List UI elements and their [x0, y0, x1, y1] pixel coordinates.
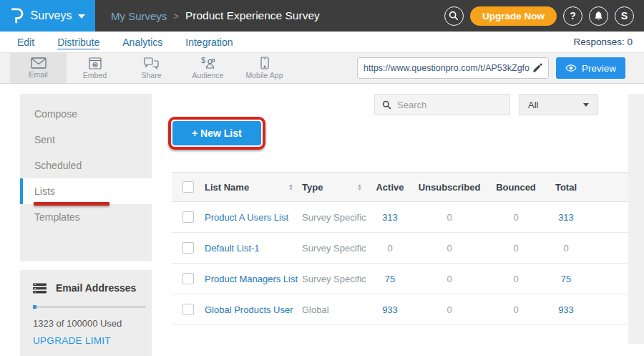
chevron-down-icon	[583, 103, 589, 107]
filter-value: All	[528, 100, 538, 110]
row-checkbox[interactable]	[182, 211, 194, 223]
survey-url-box	[357, 57, 549, 79]
chevron-down-icon	[78, 14, 85, 19]
page-body: Compose Sent Scheduled Lists Templates	[0, 84, 644, 344]
bounced-count: 0	[489, 212, 542, 223]
toolbar-right: Preview	[357, 53, 644, 83]
unsubscribed-count: 0	[409, 212, 489, 223]
column-header-type[interactable]: Type ▲▼	[302, 182, 371, 193]
new-list-button[interactable]: + New List	[172, 121, 261, 145]
filter-dropdown[interactable]: All	[519, 94, 598, 115]
new-list-area: + New List	[168, 117, 628, 150]
survey-url-input[interactable]	[364, 63, 532, 73]
channel-label: Share	[141, 71, 161, 80]
channel-share[interactable]: Share	[123, 53, 180, 83]
list-type: Survey Specific	[302, 243, 371, 254]
audience-icon: $	[200, 57, 215, 69]
usage-text: 1323 of 100000 Used	[33, 318, 139, 329]
list-name-link[interactable]: Product Managers List	[205, 274, 302, 284]
active-count[interactable]: 933	[371, 304, 409, 315]
sidebar-item-scheduled[interactable]: Scheduled	[20, 153, 152, 178]
tab-edit[interactable]: Edit	[17, 37, 34, 48]
row-checkbox[interactable]	[182, 242, 194, 254]
mobile-app-icon	[260, 57, 269, 69]
tab-analytics[interactable]: Analytics	[122, 37, 162, 48]
active-count[interactable]: 313	[371, 212, 409, 223]
top-actions: Upgrade Now ? S	[444, 0, 644, 32]
email-sidebar: Compose Sent Scheduled Lists Templates	[20, 94, 152, 344]
unsubscribed-count: 0	[409, 243, 489, 254]
top-bar: Surveys My Surveys > Product Experience …	[0, 0, 644, 32]
row-checkbox[interactable]	[182, 273, 194, 284]
column-header-list-name[interactable]: List Name ▲▼	[205, 182, 302, 193]
search-button[interactable]	[444, 6, 464, 26]
channel-label: Audience	[192, 71, 224, 80]
table-row: Global Products User Global 933 0 0 933	[172, 294, 628, 325]
channel-audience[interactable]: $ Audience	[180, 53, 236, 83]
brand-label: Surveys	[31, 9, 72, 22]
search-icon	[382, 100, 391, 110]
sidebar-item-templates[interactable]: Templates	[20, 204, 152, 230]
select-all-checkbox[interactable]	[182, 181, 194, 193]
total-count[interactable]: 0	[542, 243, 590, 254]
notifications-button[interactable]	[589, 6, 608, 26]
channel-embed[interactable]: Embed	[67, 53, 123, 83]
column-label: List Name	[205, 182, 249, 193]
unsubscribed-count: 0	[409, 304, 489, 315]
column-header-active: Active	[371, 182, 409, 193]
svg-text:$: $	[201, 57, 205, 64]
eye-icon	[565, 64, 577, 72]
distribute-toolbar: Email Embed Share $ Audienc	[0, 52, 644, 84]
pencil-icon[interactable]	[532, 63, 542, 73]
tab-distribute[interactable]: Distribute	[57, 37, 99, 48]
channel-label: Email	[29, 70, 47, 79]
tab-integration[interactable]: Integration	[185, 37, 233, 48]
breadcrumb-parent[interactable]: My Surveys	[111, 10, 167, 22]
responses-count[interactable]: Responses: 0	[573, 37, 633, 47]
channel-email[interactable]: Email	[10, 53, 67, 83]
sidebar-item-label: Lists	[34, 186, 55, 197]
total-count[interactable]: 313	[542, 212, 590, 223]
column-header-total: Total	[542, 182, 590, 193]
unsubscribed-count: 0	[409, 274, 489, 284]
row-checkbox[interactable]	[182, 304, 194, 315]
sidebar-item-label: Scheduled	[34, 160, 82, 171]
total-count[interactable]: 933	[542, 304, 590, 315]
avatar[interactable]: S	[615, 6, 634, 26]
email-addresses-header: Email Addresses	[33, 282, 139, 294]
search-box	[374, 94, 510, 115]
product-switcher[interactable]: Surveys	[0, 0, 95, 32]
list-name-link[interactable]: Default List-1	[205, 243, 302, 254]
email-addresses-title: Email Addresses	[56, 282, 136, 294]
preview-label: Preview	[582, 63, 616, 74]
active-count[interactable]: 75	[371, 274, 409, 284]
bounced-count: 0	[489, 304, 542, 315]
sidebar-item-sent[interactable]: Sent	[20, 127, 152, 153]
table-row: Product A Users List Survey Specific 313…	[172, 202, 628, 233]
channel-mobile-app[interactable]: Mobile App	[236, 53, 293, 83]
survey-nav: Edit Distribute Analytics Integration Re…	[0, 32, 644, 52]
upgrade-limit-link[interactable]: UPGRADE LIMIT	[33, 335, 139, 346]
column-label: Type	[302, 182, 323, 193]
list-type: Global	[302, 304, 371, 315]
preview-button[interactable]: Preview	[556, 57, 625, 79]
embed-icon	[89, 57, 102, 69]
total-count[interactable]: 75	[542, 274, 590, 284]
search-input[interactable]	[397, 100, 502, 110]
table-row: Default List-1 Survey Specific 0 0 0 0	[172, 233, 628, 264]
sidebar-item-label: Compose	[34, 108, 77, 120]
table-row: Product Managers List Survey Specific 75…	[172, 264, 628, 294]
list-name-link[interactable]: Product A Users List	[205, 212, 302, 223]
help-button[interactable]: ?	[563, 6, 582, 26]
bounced-count: 0	[489, 243, 542, 254]
usage-progress-bar	[33, 306, 146, 308]
sidebar-item-label: Sent	[34, 134, 55, 145]
sort-icon: ▲▼	[357, 183, 362, 191]
sidebar-item-lists[interactable]: Lists	[20, 178, 152, 204]
upgrade-now-button[interactable]: Upgrade Now	[470, 6, 557, 26]
help-icon: ?	[570, 10, 576, 21]
sidebar-item-compose[interactable]: Compose	[20, 101, 152, 127]
channel-label: Mobile App	[246, 71, 283, 80]
active-count[interactable]: 0	[371, 243, 409, 254]
list-name-link[interactable]: Global Products User	[205, 304, 302, 315]
